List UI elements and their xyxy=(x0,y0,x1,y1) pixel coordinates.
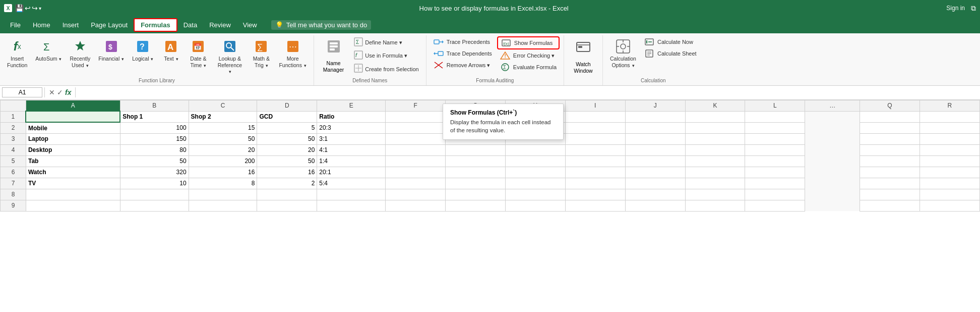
cell-d7[interactable]: 2 xyxy=(257,178,317,189)
undo-icon[interactable]: ↩ xyxy=(25,4,31,12)
cell-b9[interactable] xyxy=(120,200,189,211)
remove-arrows-button[interactable]: Remove Arrows ▾ xyxy=(431,60,495,71)
cell-a5[interactable]: Tab xyxy=(26,155,120,167)
autosum-button[interactable]: Σ AutoSum ▾ xyxy=(32,36,65,64)
cell-q9[interactable] xyxy=(860,200,920,211)
cell-i2[interactable] xyxy=(565,122,625,133)
cell-h6[interactable] xyxy=(505,167,565,178)
cell-j5[interactable] xyxy=(625,155,685,167)
col-header-q[interactable]: Q xyxy=(860,100,920,111)
cell-q8[interactable] xyxy=(860,189,920,200)
cell-c7[interactable]: 8 xyxy=(189,178,257,189)
cell-j8[interactable] xyxy=(625,189,685,200)
cell-d8[interactable] xyxy=(257,189,317,200)
redo-icon[interactable]: ↪ xyxy=(32,4,38,12)
cell-f9[interactable] xyxy=(386,200,446,211)
cell-b4[interactable]: 80 xyxy=(120,144,189,155)
menu-data[interactable]: Data xyxy=(177,19,203,31)
cell-q5[interactable] xyxy=(860,155,920,167)
cell-q7[interactable] xyxy=(860,178,920,189)
tell-me-bar[interactable]: 💡 Tell me what you want to do xyxy=(271,20,371,30)
text-button[interactable]: A Text ▾ xyxy=(158,36,183,64)
cell-k8[interactable] xyxy=(685,189,745,200)
cell-d1[interactable]: GCD xyxy=(257,111,317,122)
cell-f7[interactable] xyxy=(386,178,446,189)
cell-i1[interactable] xyxy=(565,111,625,122)
cell-d3[interactable]: 50 xyxy=(257,133,317,144)
cell-r2[interactable] xyxy=(920,122,979,133)
show-formulas-button[interactable]: f(x) Show Formulas xyxy=(497,36,560,49)
cell-g7[interactable] xyxy=(446,178,506,189)
cell-k1[interactable] xyxy=(685,111,745,122)
cell-e8[interactable] xyxy=(317,189,386,200)
menu-home[interactable]: Home xyxy=(27,19,56,31)
cell-i8[interactable] xyxy=(565,189,625,200)
cell-k7[interactable] xyxy=(685,178,745,189)
cell-d2[interactable]: 5 xyxy=(257,122,317,133)
name-box[interactable] xyxy=(2,87,42,97)
cell-e1[interactable]: Ratio xyxy=(317,111,386,122)
cell-a3[interactable]: Laptop xyxy=(26,133,120,144)
col-header-d[interactable]: D xyxy=(257,100,317,111)
cell-d9[interactable] xyxy=(257,200,317,211)
cell-b1[interactable]: Shop 1 xyxy=(120,111,189,122)
cell-l1[interactable] xyxy=(745,111,805,122)
cancel-formula-icon[interactable]: ✕ xyxy=(49,88,55,96)
cell-c9[interactable] xyxy=(189,200,257,211)
cell-l9[interactable] xyxy=(745,200,805,211)
cell-h8[interactable] xyxy=(505,189,565,200)
datetime-button[interactable]: 📅 Date &Time ▾ xyxy=(186,36,211,70)
cell-f3[interactable] xyxy=(386,133,446,144)
cell-a2[interactable]: Mobile xyxy=(26,122,120,133)
cell-r6[interactable] xyxy=(920,167,979,178)
cell-b8[interactable] xyxy=(120,189,189,200)
cell-r3[interactable] xyxy=(920,133,979,144)
cell-f8[interactable] xyxy=(386,189,446,200)
cell-f4[interactable] xyxy=(386,144,446,155)
cell-f6[interactable] xyxy=(386,167,446,178)
menu-page-layout[interactable]: Page Layout xyxy=(85,19,134,31)
cell-c1[interactable]: Shop 2 xyxy=(189,111,257,122)
cell-i5[interactable] xyxy=(565,155,625,167)
col-header-e[interactable]: E xyxy=(317,100,386,111)
col-header-i[interactable]: I xyxy=(565,100,625,111)
cell-d5[interactable]: 50 xyxy=(257,155,317,167)
use-in-formula-button[interactable]: f Use in Formula ▾ xyxy=(351,49,421,62)
cell-l4[interactable] xyxy=(745,144,805,155)
cell-a6[interactable]: Watch xyxy=(26,167,120,178)
cell-l2[interactable] xyxy=(745,122,805,133)
menu-file[interactable]: File xyxy=(4,19,27,31)
cell-h5[interactable] xyxy=(505,155,565,167)
cell-q3[interactable] xyxy=(860,133,920,144)
lookup-button[interactable]: Lookup &Reference ▾ xyxy=(213,36,247,77)
cell-q6[interactable] xyxy=(860,167,920,178)
cell-c6[interactable]: 16 xyxy=(189,167,257,178)
save-icon[interactable]: 💾 xyxy=(15,4,24,12)
cell-g5[interactable] xyxy=(446,155,506,167)
cell-e4[interactable]: 4:1 xyxy=(317,144,386,155)
cell-e5[interactable]: 1:4 xyxy=(317,155,386,167)
cell-h7[interactable] xyxy=(505,178,565,189)
col-header-r[interactable]: R xyxy=(920,100,979,111)
cell-e2[interactable]: 20:3 xyxy=(317,122,386,133)
watch-window-button[interactable]: WatchWindow xyxy=(568,36,598,76)
cell-h9[interactable] xyxy=(505,200,565,211)
calculate-sheet-button[interactable]: Calculate Sheet xyxy=(641,48,700,59)
col-header-b[interactable]: B xyxy=(120,100,189,111)
cell-a9[interactable] xyxy=(26,200,120,211)
cell-j2[interactable] xyxy=(625,122,685,133)
cell-a8[interactable] xyxy=(26,189,120,200)
more-functions-button[interactable]: ⋯ MoreFunctions ▾ xyxy=(276,36,309,70)
col-header-j[interactable]: J xyxy=(625,100,685,111)
trace-precedents-button[interactable]: Trace Precedents xyxy=(431,36,495,47)
cell-e9[interactable] xyxy=(317,200,386,211)
cell-c4[interactable]: 20 xyxy=(189,144,257,155)
col-header-l[interactable]: L xyxy=(745,100,805,111)
financial-button[interactable]: $ Financial ▾ xyxy=(95,36,127,64)
cell-c8[interactable] xyxy=(189,189,257,200)
menu-review[interactable]: Review xyxy=(203,19,237,31)
cell-b7[interactable]: 10 xyxy=(120,178,189,189)
cell-f1[interactable] xyxy=(386,111,446,122)
cell-f5[interactable] xyxy=(386,155,446,167)
calculate-now-button[interactable]: Calculate Now xyxy=(641,36,700,47)
